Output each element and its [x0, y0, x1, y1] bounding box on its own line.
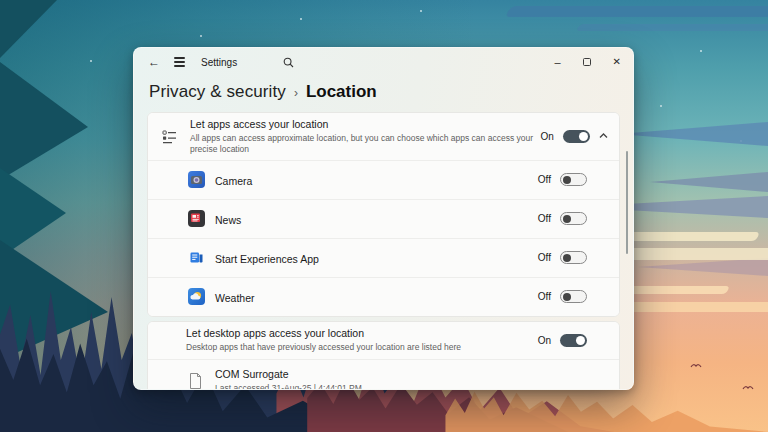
page-title: Location — [306, 82, 377, 102]
star — [700, 50, 702, 52]
desktop-apps-card: Let desktop apps access your location De… — [147, 321, 620, 390]
location-apps-card: Let apps access your location All apps c… — [147, 112, 620, 317]
star — [200, 35, 202, 37]
search-icon[interactable] — [283, 57, 294, 68]
let-desktop-apps-access-location-row[interactable]: Let desktop apps access your location De… — [148, 322, 619, 359]
document-icon — [188, 372, 203, 390]
star — [300, 18, 302, 20]
maximize-button[interactable] — [583, 58, 591, 66]
toggle-state-label: On — [540, 131, 553, 142]
history-row-com-surrogate[interactable]: COM Surrogate Last accessed 31-Aug-25 | … — [148, 359, 619, 390]
app-row-news[interactable]: News Off — [148, 199, 619, 238]
close-button[interactable]: ✕ — [613, 57, 621, 67]
app-name: Start Experiences App — [215, 253, 319, 265]
toggle-state-label: Off — [538, 291, 551, 302]
back-button[interactable]: ← — [148, 56, 160, 68]
setting-description: All apps can access approximate location… — [190, 133, 540, 155]
app-name: Camera — [215, 175, 252, 187]
star — [420, 10, 422, 12]
news-location-toggle[interactable] — [560, 212, 587, 225]
camera-location-toggle[interactable] — [560, 173, 587, 186]
bird-icon — [690, 362, 702, 368]
cloud-streak — [504, 6, 768, 17]
let-apps-access-location-toggle[interactable] — [563, 130, 590, 143]
weather-location-toggle[interactable] — [560, 290, 587, 303]
breadcrumb: Privacy & security › Location — [134, 76, 633, 106]
breadcrumb-separator: › — [294, 84, 298, 100]
toggle-state-label: Off — [538, 213, 551, 224]
history-app-name: COM Surrogate — [215, 368, 362, 382]
bird-icon — [742, 384, 754, 390]
camera-app-icon — [188, 171, 205, 188]
setting-description: Desktop apps that have previously access… — [186, 342, 461, 353]
breadcrumb-privacy-security[interactable]: Privacy & security — [149, 82, 286, 102]
menu-icon[interactable] — [174, 57, 185, 66]
desktop-apps-location-toggle[interactable] — [560, 334, 587, 347]
toggle-state-label: Off — [538, 174, 551, 185]
toggle-state-label: Off — [538, 252, 551, 263]
minimize-button[interactable]: – — [554, 57, 560, 68]
titlebar: ← Settings – ✕ — [134, 48, 633, 76]
toggle-state-label: On — [538, 335, 551, 346]
app-row-start-experiences[interactable]: Start Experiences App Off — [148, 238, 619, 277]
start-experiences-location-toggle[interactable] — [560, 251, 587, 264]
app-title: Settings — [201, 57, 237, 68]
app-name: News — [215, 214, 241, 226]
app-name: Weather — [215, 292, 255, 304]
history-last-accessed: Last accessed 31-Aug-25 | 4:44:01 PM — [215, 383, 362, 390]
start-experiences-app-icon — [188, 249, 205, 266]
settings-content: Let apps access your location All apps c… — [134, 106, 633, 390]
apps-list-icon — [161, 128, 178, 145]
settings-window: ← Settings – ✕ Privacy & security › Loca… — [133, 47, 634, 390]
star — [660, 105, 662, 107]
news-app-icon — [188, 210, 205, 227]
app-row-camera[interactable]: Camera Off — [148, 160, 619, 199]
setting-title: Let apps access your location — [190, 118, 540, 132]
star — [90, 60, 92, 62]
cloud-streak — [576, 24, 768, 31]
app-row-weather[interactable]: Weather Off — [148, 277, 619, 316]
vertical-scrollbar[interactable] — [626, 151, 629, 254]
weather-app-icon — [188, 288, 205, 305]
let-apps-access-location-row[interactable]: Let apps access your location All apps c… — [148, 113, 619, 160]
setting-title: Let desktop apps access your location — [186, 327, 461, 341]
chevron-up-icon[interactable] — [599, 133, 608, 139]
